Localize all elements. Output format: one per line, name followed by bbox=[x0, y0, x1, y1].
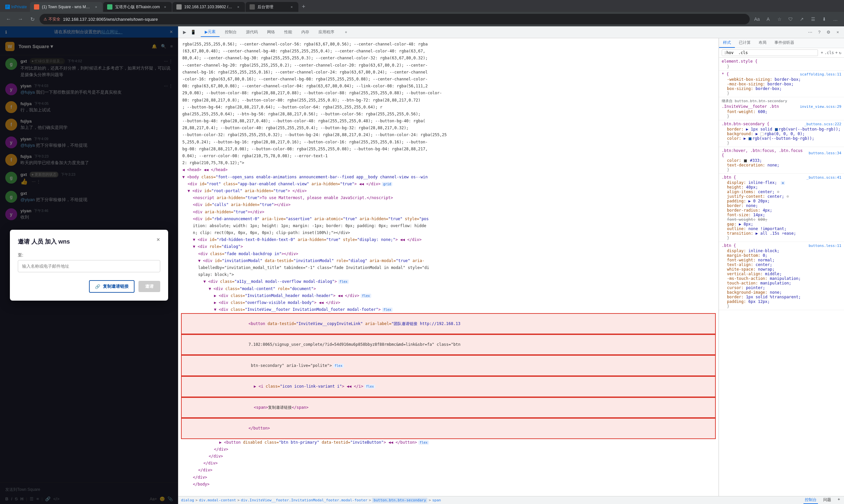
read-mode-btn[interactable]: A bbox=[764, 15, 773, 24]
devtools-bottom-tab-issues[interactable]: 问题 bbox=[822, 497, 832, 504]
tab-close-4[interactable]: × bbox=[236, 4, 241, 10]
address-box[interactable]: ⚠ 不安全 192.168.137.102:8065/wns/channels/… bbox=[39, 14, 750, 24]
html-line-45-highlighted[interactable]: </button> bbox=[181, 418, 716, 439]
devtools-tab-sources[interactable]: 源代码 bbox=[242, 28, 262, 37]
toggle-class-btn[interactable]: .cls bbox=[825, 50, 834, 55]
tab-close-2[interactable]: × bbox=[93, 4, 98, 10]
back-button[interactable]: ← bbox=[4, 15, 13, 24]
inprivate-badge: 🅿 InPrivate bbox=[3, 2, 29, 12]
style-source-star[interactable]: scaffolding.less:11 bbox=[800, 72, 841, 76]
style-prop-padding-41: padding: ▶ 0 20px; bbox=[722, 199, 841, 203]
tab-close-5[interactable]: × bbox=[289, 4, 294, 10]
inspect-element-btn[interactable]: ▶ bbox=[181, 29, 188, 36]
new-tab-button[interactable]: + bbox=[299, 2, 308, 11]
modal-footer: 🔗 复制邀请链接 邀请 bbox=[18, 280, 160, 293]
refresh-rules-btn[interactable]: ↻ bbox=[839, 50, 841, 55]
tab-admin[interactable]: 后台管理 × bbox=[246, 2, 298, 12]
collections-btn[interactable]: ☰ bbox=[808, 15, 818, 24]
breadcrumb-btn-secondary[interactable]: button.btn.btn-secondary bbox=[372, 498, 427, 503]
breadcrumb-dialog[interactable]: dialog bbox=[181, 498, 194, 502]
style-source-hover[interactable]: buttons.less:34 bbox=[809, 151, 841, 155]
tab-title-4: 192.168.137.103:39802 / localho... bbox=[184, 5, 233, 9]
html-panel[interactable]: rgba(255,255,255,0.56); --center-channel… bbox=[178, 38, 719, 496]
devtools-tab-network[interactable]: 网络 bbox=[263, 28, 279, 37]
devtools-tab-add[interactable]: + bbox=[341, 28, 351, 37]
styles-tab-event-listeners[interactable]: 事件侦听器 bbox=[771, 38, 798, 48]
devtools-more-btn[interactable]: ⋯ bbox=[806, 29, 814, 36]
download-btn[interactable]: ⬇ bbox=[820, 15, 829, 24]
style-prop-border-41: border: none; bbox=[722, 203, 841, 208]
new-rule-btn[interactable]: + bbox=[836, 50, 838, 55]
tab-title-2: (1) Town Square - wns Matterm... bbox=[42, 5, 91, 9]
style-prop-border-11: border: 1px solid %transparent; bbox=[722, 295, 841, 299]
style-source-invite[interactable]: invite_view.scss:29 bbox=[800, 105, 841, 109]
html-line-11: gba(255,255,255,0.64); --btn-bg-56: rgba… bbox=[181, 111, 716, 118]
devtools-close-btn[interactable]: × bbox=[834, 29, 841, 36]
styles-tab-layout[interactable]: 布局 bbox=[755, 38, 771, 48]
style-section-element: element.style { } bbox=[719, 58, 844, 71]
style-source-41[interactable]: _buttons.scss:41 bbox=[806, 175, 841, 180]
copy-invite-link-button[interactable]: 🔗 复制邀请链接 bbox=[89, 280, 134, 293]
tab-btkaixin[interactable]: 宝塔开心版 BTkaixin.com × bbox=[103, 2, 172, 12]
share-btn[interactable]: ↗ bbox=[797, 15, 806, 24]
devtools-help-btn[interactable]: ? bbox=[816, 29, 823, 36]
html-line-41-highlighted[interactable]: 7.102:8065/signup_user_complete/?id=54d9… bbox=[181, 334, 716, 355]
breadcrumb-modal-content[interactable]: div.modal-content bbox=[199, 498, 236, 502]
style-source-11[interactable]: buttons.less:11 bbox=[809, 244, 841, 248]
html-line-51: </div> bbox=[181, 474, 716, 481]
styles-tab-styles[interactable]: 样式 bbox=[719, 38, 735, 48]
styles-tab-computed[interactable]: 已计算 bbox=[735, 38, 755, 48]
style-section-btn-11: .btn { buttons.less:11 display: inline-b… bbox=[719, 242, 844, 310]
security-label: 不安全 bbox=[49, 17, 60, 22]
modal-backdrop: 邀请 人员 加入 wns × 至: 🔗 复制邀请链接 邀请 bbox=[0, 26, 178, 504]
html-line-34: splay: block;"> bbox=[181, 271, 716, 278]
style-selector-hover: .btn:hover, .btn:focus, .btn.focus { bbox=[722, 148, 807, 158]
html-line-40-highlighted[interactable]: <button data-testid="InviteView__copyInv… bbox=[181, 313, 716, 334]
invite-input[interactable] bbox=[18, 260, 160, 272]
tab-memory-label: 内存 bbox=[301, 29, 309, 35]
tab-performance-label: 性能 bbox=[284, 29, 292, 35]
html-line-44-highlighted[interactable]: <span>复制邀请链接</span> bbox=[181, 397, 716, 418]
invite-modal: 邀请 人员 加入 wns × 至: 🔗 复制邀请链接 邀请 bbox=[10, 230, 168, 301]
translate-btn[interactable]: Aa bbox=[752, 15, 761, 24]
html-line-42-highlighted[interactable]: btn-secondary" aria-live="polite">flex bbox=[181, 355, 716, 376]
modal-close-button[interactable]: × bbox=[154, 235, 163, 244]
style-prop-ta-11: text-align: center; bbox=[722, 263, 841, 267]
invite-button[interactable]: 邀请 bbox=[139, 281, 160, 292]
tab-application-label: 应用程序 bbox=[319, 29, 334, 35]
styles-filter-input[interactable] bbox=[722, 50, 818, 56]
tab-mattermost[interactable]: (1) Town Square - wns Matterm... × bbox=[30, 2, 103, 12]
html-line-49: </div> bbox=[181, 460, 716, 467]
style-section-btn-hover: .btn:hover, .btn:focus, .btn.focus { but… bbox=[719, 147, 844, 174]
devtools-tab-application[interactable]: 应用程序 bbox=[315, 28, 338, 37]
html-line-25: <div aria-hidden="true"></div> bbox=[181, 209, 716, 216]
breadcrumb-invite-footer[interactable]: div.InviteView__footer.InvitationModal_f… bbox=[241, 498, 367, 502]
style-prop-border-sec: border: ▶ 1px solid rgb(var(--button-bg-… bbox=[722, 127, 841, 131]
html-line-43-highlighted[interactable]: ▶ <i class="icon icon-link-variant i"> ◀… bbox=[181, 376, 716, 397]
more-btn[interactable]: … bbox=[831, 15, 840, 24]
breadcrumb-span[interactable]: span bbox=[432, 498, 441, 502]
html-line-4: --center-channel-bg-20: rgba(255,255,255… bbox=[181, 62, 716, 69]
inprivate-label: InPrivate bbox=[11, 5, 27, 9]
devtools-tab-performance[interactable]: 性能 bbox=[280, 28, 296, 37]
devtools-settings-btn[interactable]: ⚙ bbox=[825, 29, 832, 36]
tab-favicon-3 bbox=[107, 4, 112, 10]
tab-title-5: 后台管理 bbox=[257, 4, 287, 10]
style-prop-va-11: vertical-align: middle; bbox=[722, 272, 841, 276]
forward-button[interactable]: → bbox=[16, 15, 25, 24]
devtools-bottom-tab-add[interactable]: + bbox=[837, 497, 841, 504]
shield-btn[interactable]: 🛡 bbox=[786, 15, 795, 24]
device-toolbar-btn[interactable]: 📱 bbox=[190, 29, 197, 36]
styles-filter-actions: + .cls + ↻ bbox=[821, 50, 841, 55]
devtools-tab-elements[interactable]: ▶ 元素 bbox=[201, 28, 219, 37]
devtools-tab-console[interactable]: 控制台 bbox=[221, 28, 241, 37]
style-source-btn-sec[interactable]: _buttons.scss:222 bbox=[804, 122, 841, 126]
tab-localhost[interactable]: 192.168.137.103:39802 / localho... × bbox=[173, 2, 245, 12]
reload-button[interactable]: ↻ bbox=[28, 15, 37, 24]
tab-close-3[interactable]: × bbox=[163, 4, 168, 10]
devtools-tab-memory[interactable]: 内存 bbox=[298, 28, 313, 37]
add-style-btn[interactable]: + bbox=[821, 50, 823, 55]
devtools-bottom-tab-console[interactable]: 控制台 bbox=[804, 497, 818, 504]
inherit-label: 继承自 button.btn.btn-secondary bbox=[722, 98, 787, 104]
favorites-btn[interactable]: ☆ bbox=[775, 15, 784, 24]
